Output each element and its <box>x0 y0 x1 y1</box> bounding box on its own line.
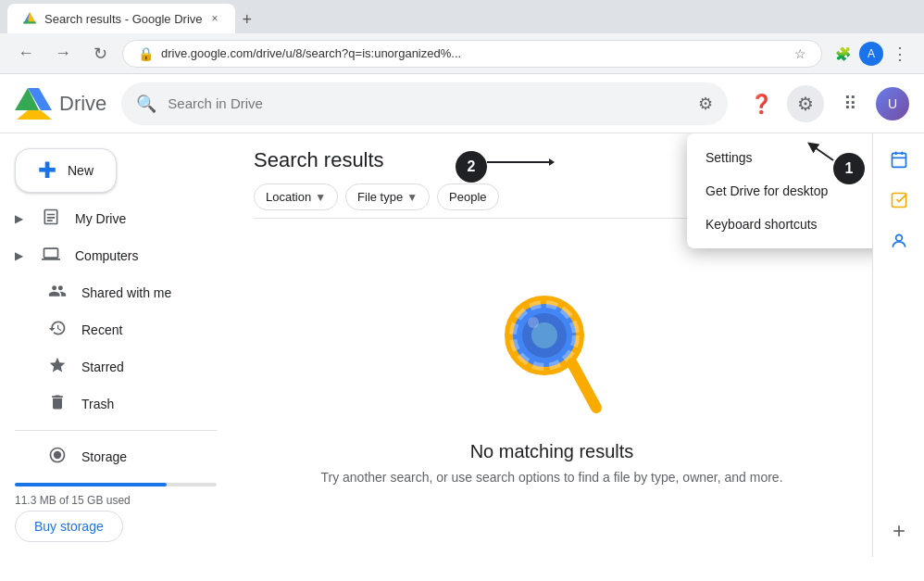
location-filter[interactable]: Location ▼ <box>254 183 338 210</box>
sidebar-item-recent[interactable]: Recent <box>0 311 224 348</box>
empty-state-illustration <box>496 289 607 419</box>
header-actions: ❓ ⚙ ⠿ U <box>743 85 909 122</box>
svg-rect-16 <box>892 153 905 167</box>
svg-rect-20 <box>892 194 905 208</box>
sidebar-item-computers-label: Computers <box>75 248 138 263</box>
filter-icon[interactable]: ⚙ <box>698 94 713 114</box>
storage-icon <box>48 446 67 469</box>
empty-state-heading: No matching results <box>470 441 634 462</box>
sidebar-item-my-drive-label: My Drive <box>75 211 126 226</box>
sidebar-item-trash-label: Trash <box>81 397 114 411</box>
file-type-filter[interactable]: File type ▼ <box>345 183 430 210</box>
storage-label: Storage <box>81 449 127 464</box>
right-panel <box>872 133 924 557</box>
new-tab-button[interactable]: + <box>235 6 260 33</box>
sidebar-item-shared[interactable]: Shared with me <box>0 274 224 311</box>
settings-menu-get-drive-label: Get Drive for desktop <box>705 183 828 198</box>
sidebar-navigation: ▶ My Drive ▶ Computers Shared with me <box>0 200 231 423</box>
browser-toolbar: 🧩 A ⋮ <box>830 41 913 67</box>
main-container: ✚ New ▶ My Drive ▶ Computers <box>0 133 924 557</box>
settings-menu-settings-label: Settings <box>705 150 753 165</box>
sidebar: ✚ New ▶ My Drive ▶ Computers <box>0 133 231 557</box>
search-bar[interactable]: 🔍 ⚙ <box>121 82 728 125</box>
tab-close-btn[interactable]: × <box>210 10 220 27</box>
drive-logo-icon <box>15 88 52 120</box>
trash-icon <box>48 393 67 416</box>
settings-button[interactable]: ⚙ <box>787 85 824 122</box>
sidebar-item-starred[interactable]: Starred <box>0 348 224 385</box>
location-filter-arrow-icon: ▼ <box>315 191 326 204</box>
browser-tab-bar: Search results - Google Drive × + <box>0 0 924 33</box>
sidebar-item-my-drive[interactable]: ▶ My Drive <box>0 200 224 237</box>
storage-section: 11.3 MB of 15 GB used Buy storage <box>0 475 231 549</box>
reload-button[interactable]: ↻ <box>85 39 115 69</box>
tab-title: Search results - Google Drive <box>44 12 203 26</box>
extensions-icon[interactable]: 🧩 <box>830 41 855 67</box>
file-type-filter-label: File type <box>357 190 403 204</box>
tab-favicon <box>22 11 37 26</box>
settings-menu-item-get-drive[interactable]: Get Drive for desktop <box>687 174 872 208</box>
avatar[interactable]: U <box>876 87 909 120</box>
main-content: Search results Location ▼ File type ▼ Pe… <box>231 133 872 557</box>
right-panel-contacts-icon[interactable] <box>880 222 918 259</box>
app-title: Drive <box>59 92 106 116</box>
browser-nav: ← → ↻ 🔒 drive.google.com/drive/u/8/searc… <box>0 33 924 74</box>
recent-icon <box>48 319 67 342</box>
my-drive-icon <box>42 208 60 231</box>
settings-menu-item-settings[interactable]: Settings <box>687 141 872 174</box>
svg-point-21 <box>895 234 902 241</box>
more-options-icon[interactable]: ⋮ <box>887 41 913 67</box>
search-input[interactable] <box>168 95 687 111</box>
forward-button[interactable]: → <box>48 39 78 69</box>
profile-icon[interactable]: A <box>859 42 883 66</box>
settings-menu-shortcuts-label: Keyboard shortcuts <box>705 217 818 232</box>
shared-icon <box>48 282 67 305</box>
apps-button[interactable]: ⠿ <box>831 85 868 122</box>
sidebar-item-recent-label: Recent <box>81 322 122 337</box>
back-button[interactable]: ← <box>11 39 41 69</box>
my-drive-arrow-icon: ▶ <box>15 212 23 225</box>
bookmark-icon[interactable]: ☆ <box>794 46 806 61</box>
sidebar-item-shared-label: Shared with me <box>81 285 171 300</box>
active-tab[interactable]: Search results - Google Drive × <box>7 4 235 33</box>
new-button[interactable]: ✚ New <box>15 148 117 193</box>
settings-menu-item-shortcuts[interactable]: Keyboard shortcuts <box>687 208 872 241</box>
computers-arrow-icon: ▶ <box>15 249 23 262</box>
starred-icon <box>48 356 67 379</box>
people-filter-label: People <box>449 190 486 204</box>
settings-dropdown: Settings Get Drive for desktop Keyboard … <box>687 133 872 248</box>
file-type-filter-arrow-icon: ▼ <box>406 191 418 204</box>
svg-line-15 <box>572 363 596 408</box>
lock-icon: 🔒 <box>138 46 154 61</box>
new-button-label: New <box>68 163 94 178</box>
sidebar-divider <box>15 430 217 431</box>
buy-storage-button[interactable]: Buy storage <box>15 511 123 542</box>
address-text: drive.google.com/drive/u/8/search?q=is:u… <box>161 46 787 60</box>
right-panel-add-icon[interactable] <box>880 512 918 549</box>
location-filter-label: Location <box>266 190 311 204</box>
computers-icon <box>42 245 60 268</box>
app-header: Drive 🔍 ⚙ ❓ ⚙ ⠿ U <box>0 74 924 133</box>
people-filter[interactable]: People <box>437 183 498 210</box>
avatar-initial: U <box>888 96 897 111</box>
sidebar-item-computers[interactable]: ▶ Computers <box>0 237 224 274</box>
empty-state: No matching results Try another search, … <box>254 234 850 540</box>
new-button-icon: ✚ <box>38 158 56 183</box>
svg-point-14 <box>528 317 539 328</box>
svg-marker-7 <box>17 110 52 120</box>
help-button[interactable]: ❓ <box>743 85 780 122</box>
search-icon: 🔍 <box>136 94 156 114</box>
sidebar-item-storage[interactable]: Storage <box>0 438 224 475</box>
address-bar[interactable]: 🔒 drive.google.com/drive/u/8/search?q=is… <box>122 40 822 68</box>
drive-logo: Drive <box>15 88 106 120</box>
storage-bar-bg <box>15 483 217 486</box>
right-panel-tasks-icon[interactable] <box>880 182 918 219</box>
storage-bar-fill <box>15 483 167 486</box>
empty-state-subtext: Try another search, or use search option… <box>320 470 782 485</box>
sidebar-item-trash[interactable]: Trash <box>0 385 224 423</box>
right-panel-calendar-icon[interactable] <box>880 141 918 178</box>
svg-point-8 <box>54 450 61 458</box>
sidebar-item-starred-label: Starred <box>81 360 124 374</box>
storage-usage-text: 11.3 MB of 15 GB used <box>15 494 217 507</box>
